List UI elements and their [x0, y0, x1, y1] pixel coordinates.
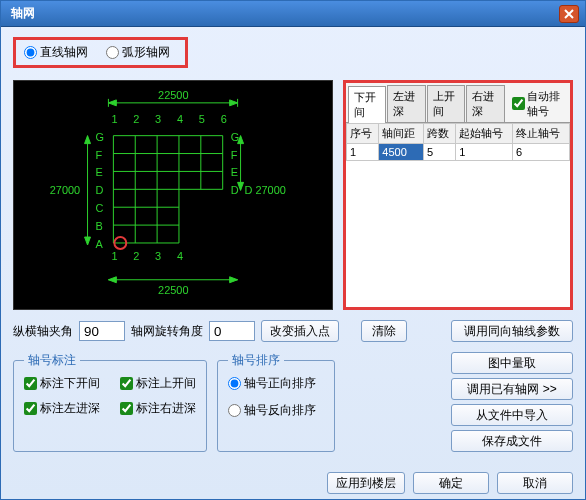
mark-legend: 轴号标注	[24, 352, 80, 369]
window-title: 轴网	[11, 5, 35, 22]
svg-text:G: G	[231, 131, 240, 143]
chk-bottom-bay[interactable]: 标注下开间	[24, 375, 100, 392]
svg-text:2: 2	[133, 113, 139, 125]
svg-text:5: 5	[199, 113, 205, 125]
svg-marker-23	[85, 136, 91, 144]
mark-group: 轴号标注 标注下开间 标注上开间 标注左进深 标注右进深	[13, 352, 207, 452]
cell-span[interactable]: 5	[423, 144, 455, 161]
ok-button[interactable]: 确定	[413, 472, 489, 494]
svg-text:4: 4	[177, 113, 183, 125]
svg-text:B: B	[95, 220, 102, 232]
grid-type-radios: 直线轴网 弧形轴网	[13, 37, 188, 68]
cross-angle-input[interactable]	[79, 321, 125, 341]
save-to-file-button[interactable]: 保存成文件	[451, 430, 573, 452]
tab-right-depth[interactable]: 右进深	[466, 85, 504, 122]
svg-marker-3	[108, 100, 116, 106]
table-header-row: 序号 轴间距 跨数 起始轴号 终止轴号	[347, 124, 570, 144]
call-existing-grid-button[interactable]: 调用已有轴网 >>	[451, 378, 573, 400]
radio-arc-label: 弧形轴网	[122, 44, 170, 61]
tab-bottom-bay[interactable]: 下开间	[348, 86, 386, 123]
cad-drawing: 22500 1 2 3 4 5 6 G F E D C B	[14, 81, 332, 310]
th-start: 起始轴号	[456, 124, 513, 144]
svg-text:D: D	[95, 184, 103, 196]
table-row[interactable]: 1 4500 5 1 6	[347, 144, 570, 161]
auto-number-label: 自动排轴号	[527, 89, 568, 119]
titlebar: 轴网	[1, 1, 585, 27]
svg-text:A: A	[95, 238, 103, 250]
cell-end[interactable]: 6	[513, 144, 570, 161]
auto-number-input[interactable]	[512, 97, 525, 110]
svg-text:F: F	[231, 149, 238, 161]
tab-left-depth[interactable]: 左进深	[387, 85, 425, 122]
sort-legend: 轴号排序	[228, 352, 284, 369]
svg-text:2: 2	[133, 250, 139, 262]
chk-left-depth[interactable]: 标注左进深	[24, 400, 100, 417]
svg-text:4: 4	[177, 250, 183, 262]
radio-straight-label: 直线轴网	[40, 44, 88, 61]
svg-text:D: D	[231, 184, 239, 196]
svg-marker-24	[85, 237, 91, 245]
call-same-dir-params-button[interactable]: 调用同向轴线参数	[451, 320, 573, 342]
radio-reverse-sort[interactable]: 轴号反向排序	[228, 402, 324, 419]
radio-arc-input[interactable]	[106, 46, 119, 59]
change-insert-point-button[interactable]: 改变插入点	[261, 320, 339, 342]
svg-text:C: C	[95, 202, 103, 214]
dim-right: D 27000	[245, 184, 286, 196]
cancel-button[interactable]: 取消	[497, 472, 573, 494]
cross-angle-label: 纵横轴夹角	[13, 323, 73, 340]
close-button[interactable]	[559, 5, 579, 23]
th-span: 跨数	[423, 124, 455, 144]
chk-top-bay[interactable]: 标注上开间	[120, 375, 196, 392]
dim-top: 22500	[158, 89, 188, 101]
clear-button[interactable]: 清除	[361, 320, 407, 342]
dim-left: 27000	[50, 184, 80, 196]
svg-text:6: 6	[221, 113, 227, 125]
svg-text:F: F	[95, 149, 102, 161]
tab-top-bay[interactable]: 上开间	[427, 85, 465, 122]
radio-straight-input[interactable]	[24, 46, 37, 59]
th-seq: 序号	[347, 124, 379, 144]
radio-straight[interactable]: 直线轴网	[24, 44, 88, 61]
th-end: 终止轴号	[513, 124, 570, 144]
import-from-file-button[interactable]: 从文件中导入	[451, 404, 573, 426]
rot-angle-label: 轴网旋转角度	[131, 323, 203, 340]
rot-angle-input[interactable]	[209, 321, 255, 341]
sort-group: 轴号排序 轴号正向排序 轴号反向排序	[217, 352, 335, 452]
apply-to-floor-button[interactable]: 应用到楼层	[327, 472, 405, 494]
svg-text:1: 1	[111, 250, 117, 262]
tabs-row: 下开间 左进深 上开间 右进深 自动排轴号	[346, 83, 570, 123]
svg-marker-4	[230, 100, 238, 106]
cell-seq[interactable]: 1	[347, 144, 379, 161]
svg-marker-47	[108, 277, 116, 283]
radio-arc[interactable]: 弧形轴网	[106, 44, 170, 61]
svg-text:G: G	[95, 131, 104, 143]
svg-text:3: 3	[155, 113, 161, 125]
svg-text:3: 3	[155, 250, 161, 262]
close-icon	[564, 9, 574, 19]
radio-forward-sort[interactable]: 轴号正向排序	[228, 375, 324, 392]
right-panel: 下开间 左进深 上开间 右进深 自动排轴号 序号 轴间距 跨数	[343, 80, 573, 310]
axis-table[interactable]: 序号 轴间距 跨数 起始轴号 终止轴号 1 4500 5 1	[346, 123, 570, 161]
svg-text:E: E	[231, 166, 238, 178]
th-dist: 轴间距	[379, 124, 424, 144]
auto-number-checkbox[interactable]: 自动排轴号	[512, 89, 568, 119]
preview-canvas: 22500 1 2 3 4 5 6 G F E D C B	[13, 80, 333, 310]
dim-bot: 22500	[158, 284, 188, 296]
measure-in-drawing-button[interactable]: 图中量取	[451, 352, 573, 374]
table-empty-area[interactable]	[346, 161, 570, 307]
dialog-window: 轴网 直线轴网 弧形轴网	[0, 0, 586, 500]
svg-text:E: E	[95, 166, 102, 178]
cell-dist[interactable]: 4500	[379, 144, 424, 161]
chk-right-depth[interactable]: 标注右进深	[120, 400, 196, 417]
svg-marker-48	[230, 277, 238, 283]
cell-start[interactable]: 1	[456, 144, 513, 161]
svg-text:1: 1	[111, 113, 117, 125]
